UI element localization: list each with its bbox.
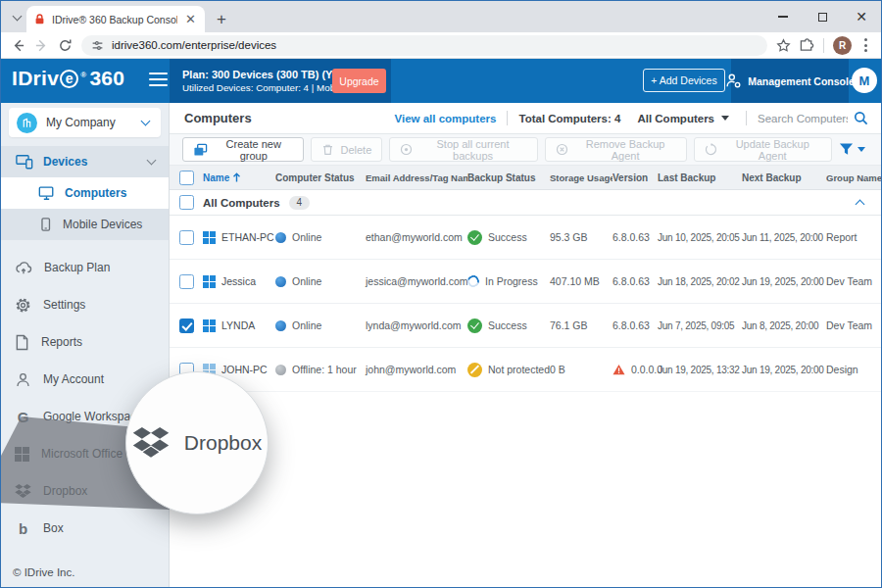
create-new-group-button[interactable]: Create new group [182, 137, 304, 162]
search-icon[interactable] [854, 111, 868, 125]
next-backup: Jun 19, 2025, 20:00 [742, 276, 826, 287]
offline-status-icon [275, 365, 286, 375]
email-address: jessica@myworld.com [366, 275, 467, 287]
computer-name: ETHAN-PC [221, 231, 274, 243]
group-name: Design [826, 364, 881, 375]
sidebar-item-settings[interactable]: Settings [1, 290, 169, 319]
row-checkbox[interactable] [179, 318, 194, 333]
browser-profile-avatar[interactable]: R [833, 36, 852, 55]
back-icon[interactable] [11, 38, 25, 53]
stop-backups-button[interactable]: Stop all current backups [389, 137, 537, 162]
hamburger-menu-icon[interactable] [149, 73, 168, 86]
sidebar-item-backup-plan[interactable]: Backup Plan [1, 253, 169, 282]
group-checkbox[interactable] [179, 195, 194, 210]
filter-button[interactable] [839, 142, 868, 157]
idrive-360-logo: IDrive®360 [12, 67, 124, 90]
document-icon [15, 334, 29, 351]
window-minimize-button[interactable] [763, 1, 803, 32]
table-row[interactable]: ETHAN-PC Online ethan@myworld.com Succes… [170, 216, 881, 260]
success-icon [467, 318, 482, 333]
new-tab-button[interactable]: + [217, 11, 226, 27]
sidebar-item-my-account[interactable]: My Account [1, 365, 169, 394]
upgrade-button[interactable]: Upgrade [332, 69, 386, 93]
delete-button[interactable]: Delete [311, 137, 382, 162]
search-input[interactable] [758, 113, 848, 124]
table-row[interactable]: Jessica Online jessica@myworld.com In Pr… [170, 260, 881, 304]
table-row[interactable]: JOHN-PC Offline: 1 hour john@myworld.com… [170, 348, 881, 392]
column-next-backup[interactable]: Next Backup [742, 172, 826, 183]
address-bar[interactable]: idrive360.com/enterprise/devices [81, 35, 767, 56]
computer-name: Jessica [221, 275, 256, 287]
backup-plan-icon [15, 260, 32, 275]
storage-usage: 95.3 GB [550, 231, 612, 243]
caret-down-icon [858, 147, 865, 152]
windows-icon [203, 319, 216, 332]
row-checkbox[interactable] [179, 274, 194, 289]
browser-tab[interactable]: IDrive® 360 Backup Console fo ✕ [26, 6, 205, 32]
update-agent-button[interactable]: Update Backup Agent [694, 137, 832, 162]
column-computer-status[interactable]: Computer Status [275, 172, 366, 183]
user-avatar[interactable]: M [852, 68, 877, 93]
table-toolbar: Create new group Delete Stop all current… [170, 134, 881, 166]
plan-summary: Plan: 300 Devices (300 TB) (Yearly) [182, 69, 330, 80]
table-row[interactable]: LYNDA Online lynda@myworld.com Success 7… [170, 304, 881, 348]
column-storage[interactable]: Storage Usage [550, 172, 612, 183]
magnifier-label: Dropbox [184, 431, 262, 455]
trash-icon [321, 143, 334, 156]
column-backup-status[interactable]: Backup Status [467, 172, 550, 183]
column-version[interactable]: Version [612, 172, 658, 183]
remove-agent-button[interactable]: Remove Backup Agent [545, 137, 688, 162]
utilized-devices: Utilized Devices: Computer: 4 | Mobile: … [182, 82, 330, 93]
column-group[interactable]: Group Name [826, 172, 881, 183]
sidebar-item-computers[interactable]: Computers [1, 177, 169, 209]
column-name[interactable]: Name [203, 172, 275, 183]
dropbox-icon [15, 484, 31, 499]
sidebar-item-devices[interactable]: Devices [1, 146, 169, 177]
storage-usage: 407.10 MB [550, 275, 612, 287]
company-selector[interactable]: My Company [9, 108, 161, 137]
tab-close-icon[interactable]: ✕ [183, 13, 198, 25]
dropbox-icon-large [132, 427, 170, 460]
column-email[interactable]: Email Address/Tag Name [366, 172, 467, 183]
column-last-backup[interactable]: Last Backup [658, 172, 742, 183]
tab-title: IDrive® 360 Backup Console fo [52, 14, 177, 25]
sidebar-items: Backup Plan Settings Reports My Account … [1, 240, 169, 543]
windows-icon [203, 275, 216, 288]
online-status-icon [275, 232, 286, 243]
tab-search-button[interactable] [9, 10, 24, 25]
stop-icon [400, 143, 413, 156]
group-name: Dev Team [826, 319, 881, 331]
group-row-all-computers[interactable]: All Computers 4 [170, 190, 881, 216]
storage-usage: 76.1 GB [550, 319, 612, 331]
computer-name: LYNDA [221, 319, 255, 331]
management-console-button[interactable]: Management Console [731, 59, 849, 103]
create-group-icon [193, 143, 208, 157]
window-close-button[interactable]: ✕ [842, 1, 881, 32]
in-progress-icon [466, 273, 481, 289]
computers-scope-dropdown[interactable]: All Computers [637, 113, 729, 124]
agent-version: 6.8.0.63 [612, 231, 658, 243]
agent-version: 6.8.0.63 [612, 319, 658, 331]
sidebar-item-reports[interactable]: Reports [1, 327, 169, 357]
total-computers: Total Computers: 4 [518, 113, 620, 124]
browser-menu-icon[interactable] [860, 38, 871, 52]
email-address: ethan@myworld.com [366, 231, 467, 243]
window-maximize-button[interactable] [803, 1, 842, 32]
bookmark-star-icon[interactable] [776, 38, 791, 53]
table-header: Name Computer Status Email Address/Tag N… [170, 166, 881, 190]
reload-icon[interactable] [58, 38, 73, 53]
computer-name: JOHN-PC [221, 364, 268, 375]
sidebar-item-mobile-devices[interactable]: Mobile Devices [1, 209, 169, 240]
extensions-icon[interactable] [800, 38, 814, 53]
box-icon: b [15, 520, 31, 537]
row-checkbox[interactable] [179, 230, 194, 245]
site-info-icon[interactable] [91, 39, 104, 52]
next-backup: Jun 8, 2025, 20:00 [742, 320, 826, 331]
select-all-checkbox[interactable] [179, 171, 194, 185]
collapse-group-icon[interactable] [857, 194, 863, 212]
add-devices-button[interactable]: + Add Devices [643, 69, 725, 92]
view-all-computers-link[interactable]: View all computers [395, 113, 497, 124]
sidebar-item-box[interactable]: b Box [1, 514, 169, 543]
chevron-down-icon [141, 117, 151, 126]
forward-icon[interactable] [34, 38, 49, 53]
